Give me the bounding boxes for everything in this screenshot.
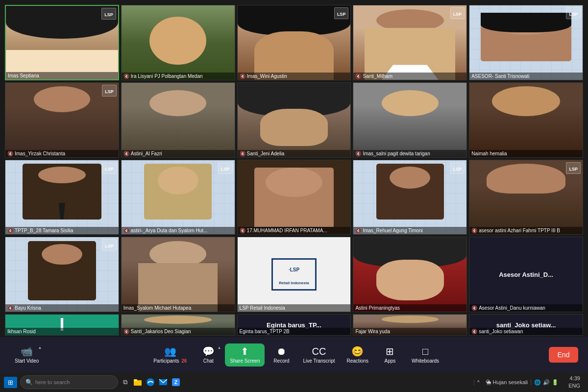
taskview-button[interactable]: ⧉	[119, 376, 131, 388]
lang-display: ENG	[568, 382, 580, 390]
video-tile-10[interactable]: Naimah hemalia	[469, 82, 583, 158]
share-screen-icon: ⬆	[241, 346, 249, 356]
tile-label-19: Astini Primaningtyas	[353, 304, 466, 312]
end-button[interactable]: End	[549, 347, 578, 363]
live-transcript-button[interactable]: CC Live Transcript	[298, 343, 340, 367]
video-tile-25[interactable]: santi_Joko setiaw... 🔇 santi_Joko setiaw…	[469, 314, 583, 336]
weather-icon: 🌦	[486, 379, 491, 385]
tile-label-23: Eginta barus_TPTP 2B	[238, 328, 351, 335]
tile-label-10: Naimah hemalia	[469, 150, 583, 157]
video-tile-9[interactable]: 🔇 Imas_salni pagit dewita tarigan	[353, 82, 467, 158]
video-tile-19[interactable]: Astini Primaningtyas	[353, 237, 467, 312]
mail-icon[interactable]	[157, 376, 169, 388]
tile-label-20: 🔇 Asesor Astini_Danu kurniawan	[469, 304, 583, 312]
video-tile-20[interactable]: Asesor Astini_D... 🔇 Asesor Astini_Danu …	[469, 237, 583, 312]
clock: 4:39 ENG	[564, 375, 584, 390]
video-tile-13[interactable]: 🔇 17.MUHAMMAD IRFAN PRATAMA...	[237, 160, 351, 235]
tile-overlay-name-20: Asesor Astini_D...	[499, 271, 553, 278]
video-tile-21[interactable]: I Ikhsan Rosid	[5, 314, 119, 336]
tile-name-14: Imas_Rehuel Agung Timoni	[363, 228, 422, 233]
whiteboards-button[interactable]: □ Whiteboards	[407, 343, 444, 367]
video-tile-17[interactable]: Imas_Syalom Michael Hutapea	[121, 237, 235, 312]
tile-label-8: 🔇 Santi_Jeni Adelia	[238, 150, 351, 157]
tile-name-13: 17.MUHAMMAD IRFAN PRATAMA...	[247, 228, 327, 233]
tile-name-25: santi_Joko setiawan	[479, 329, 523, 334]
video-tile-1[interactable]: Imas Septiana LSP	[5, 5, 119, 80]
tile-name-18: LSP Retail Indonesia	[240, 305, 285, 311]
start-video-button[interactable]: 📹 Start Video ▲	[10, 343, 44, 367]
apps-button[interactable]: ⊞ Apps	[375, 343, 405, 367]
chevron-icon[interactable]: ^	[477, 380, 480, 385]
tile-label-18: LSP Retail Indonesia	[238, 304, 351, 312]
video-icon: 📹	[21, 346, 33, 356]
reactions-label: Reactions	[347, 358, 368, 364]
time-display: 4:39	[568, 375, 580, 382]
video-tile-22[interactable]: 🔇 Santi_Jakarios Deo Siagian	[121, 314, 235, 336]
apps-icon: ⊞	[386, 346, 394, 356]
tile-label-25: 🔇 santi_Joko setiawan	[469, 328, 583, 335]
edge-icon[interactable]	[145, 376, 156, 388]
svg-point-2	[147, 378, 154, 386]
tile-name-8: Santi_Jeni Adelia	[247, 151, 285, 156]
reactions-button[interactable]: 😊 Reactions	[342, 343, 373, 367]
chat-chevron-icon: ▲	[217, 345, 221, 350]
tile-name-2: Ira Lisyani PJ Polbangtan Medan	[131, 74, 203, 79]
battery-icon[interactable]: 🔋	[552, 379, 559, 386]
tile-name-4: Santi_Milham	[363, 74, 392, 79]
weather-text: Hujan sesekali	[493, 379, 528, 385]
record-button[interactable]: ⏺ Record	[267, 343, 296, 367]
tile-name-23: Eginta barus_TPTP 2B	[240, 329, 290, 334]
video-grid: Imas Septiana LSP 🔇 Ira Lisyani PJ Polba…	[5, 5, 583, 336]
video-tile-23[interactable]: Eginta barus_TP... Eginta barus_TPTP 2B	[237, 314, 351, 336]
search-bar[interactable]: 🔍 here to search	[20, 375, 118, 389]
tile-name-24: Fajar Wira yuda	[355, 329, 390, 334]
video-tile-4[interactable]: 🔇 Santi_Milham LSP	[353, 5, 467, 80]
file-explorer-icon[interactable]	[132, 376, 144, 388]
whiteboards-label: Whiteboards	[412, 358, 439, 364]
share-screen-label: Share Screen	[230, 358, 260, 364]
network-icon[interactable]: 🌐	[534, 379, 541, 386]
participants-count-badge: 26	[181, 358, 187, 364]
tile-label-21: Ikhsan Rosid	[5, 328, 119, 335]
tile-label-4: 🔇 Santi_Milham	[353, 73, 466, 80]
zoom-taskbar-icon[interactable]: Z	[170, 376, 182, 388]
tile-label-14: 🔇 Imas_Rehuel Agung Timoni	[353, 227, 466, 234]
tile-name-22: Santi_Jakarios Deo Siagian	[131, 329, 191, 334]
video-tile-11[interactable]: 🔇 TPTP_B_28 Tamara Sisilia LSP	[5, 160, 119, 235]
tile-label-6: 🔇 Imas_Yirzak Christanta	[5, 150, 119, 157]
svg-rect-1	[134, 379, 137, 381]
tile-label-1: Imas Septiana	[6, 72, 118, 79]
live-transcript-icon: CC	[312, 346, 326, 356]
tile-name-20: Asesor Astini_Danu kurniawan	[479, 305, 545, 311]
record-label: Record	[273, 358, 289, 364]
start-button[interactable]: ⊞	[4, 377, 17, 388]
video-tile-24[interactable]: Fajar Wira yuda	[353, 314, 467, 336]
participants-button[interactable]: 👥 Participants 26	[148, 343, 192, 367]
volume-icon[interactable]: 🔊	[543, 379, 550, 386]
search-placeholder: here to search	[35, 379, 70, 385]
share-screen-button[interactable]: ⬆ Share Screen	[225, 343, 265, 367]
video-tile-3[interactable]: 🔇 Imas_Wini Agustin LSP	[237, 5, 351, 80]
tile-name-7: Astini_Al Fazri	[131, 151, 162, 156]
windows-icon: ⊞	[8, 379, 13, 386]
video-tile-12[interactable]: 🔇 astiri-_Arya Duta dan Syalom Hut... LS…	[121, 160, 235, 235]
tile-label-24: Fajar Wira yuda	[353, 328, 466, 335]
chat-button[interactable]: 💬 Chat ▲	[194, 343, 223, 367]
video-tile-15[interactable]: 🔇 asesor astini Azhari Fahmi TPTP III B …	[469, 160, 583, 235]
video-tile-7[interactable]: 🔇 Astini_Al Fazri	[121, 82, 235, 158]
video-tile-5[interactable]: ASESOR- Santi Trisnowati LSP	[469, 5, 583, 80]
video-tile-6[interactable]: 🔇 Imas_Yirzak Christanta LSP	[5, 82, 119, 158]
video-tile-14[interactable]: 🔇 Imas_Rehuel Agung Timoni LSP	[353, 160, 467, 235]
tile-name-9: Imas_salni pagit dewita tarigan	[363, 151, 430, 156]
network-icon-area: 🌐 🔊 🔋	[531, 379, 562, 386]
video-tile-16[interactable]: 🔇 Bayu Krisna LSP	[5, 237, 119, 312]
system-tray: ^	[474, 380, 483, 385]
zoom-toolbar: 📹 Start Video ▲ 👥 Participants 26 💬 Chat…	[0, 337, 588, 372]
video-tile-8[interactable]: 🔇 Santi_Jeni Adelia	[237, 82, 351, 158]
video-tile-2[interactable]: 🔇 Ira Lisyani PJ Polbangtan Medan	[121, 5, 235, 80]
taskbar: ⊞ 🔍 here to search ⧉ Z ^	[0, 372, 588, 392]
svg-text:Z: Z	[174, 380, 177, 385]
tile-name-16: Bayu Krisna	[15, 305, 41, 311]
tile-name-12: astiri-_Arya Duta dan Syalom Hut...	[131, 228, 208, 233]
video-tile-18[interactable]: ·LSP Retail Indonesia LSP Retail Indones…	[237, 237, 351, 312]
